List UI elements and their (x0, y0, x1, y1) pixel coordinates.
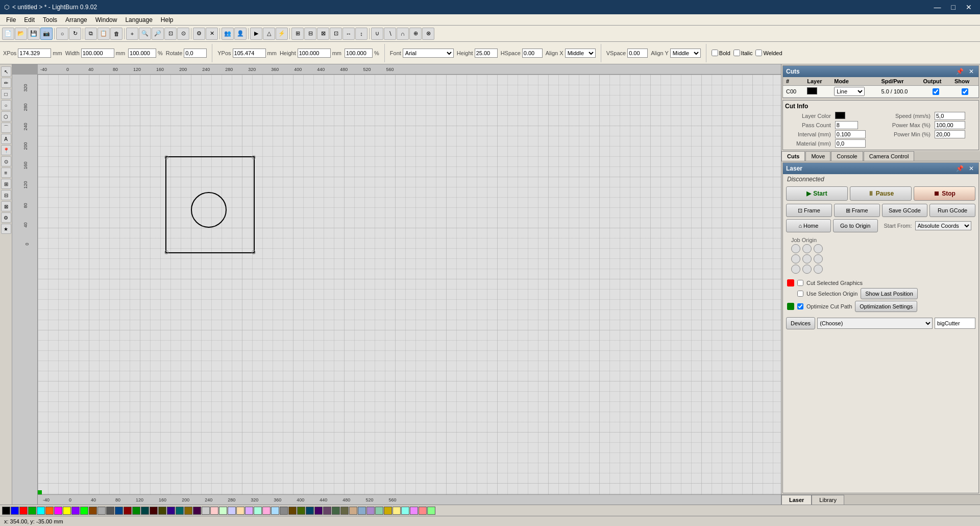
weld-button[interactable]: ⊗ (422, 28, 434, 40)
palette-color-37[interactable] (323, 507, 331, 515)
flip-h-button[interactable]: ↔ (342, 28, 355, 40)
palette-color-38[interactable] (332, 507, 340, 515)
power-min-input[interactable] (935, 130, 965, 138)
dist-v-button[interactable]: ⊡ (330, 28, 342, 40)
palette-color-48[interactable] (419, 507, 427, 515)
layer-tool[interactable]: ≡ (1, 168, 11, 178)
zoom-out-button[interactable]: 🔎 (152, 28, 164, 40)
palette-color-39[interactable] (340, 507, 349, 515)
zoom-in-button[interactable]: 🔍 (139, 28, 151, 40)
tab-console[interactable]: Console (831, 151, 863, 161)
new-button[interactable]: 📄 (2, 28, 14, 40)
palette-color-43[interactable] (375, 507, 383, 515)
save-gcode-button[interactable]: Save GCode (882, 204, 928, 217)
align-h-button[interactable]: ⊞ (291, 28, 304, 40)
palette-color-30[interactable] (262, 507, 271, 515)
use-selection-checkbox[interactable] (797, 291, 803, 297)
output-checkbox[interactable] (933, 88, 939, 95)
start-button[interactable]: ▶ Start (786, 186, 848, 201)
cut-selected-checkbox[interactable] (797, 280, 803, 286)
palette-color-16[interactable] (141, 507, 149, 515)
frame2-button[interactable]: ⊞ Frame (834, 204, 880, 217)
go-to-origin-button[interactable]: Go to Origin (833, 219, 878, 232)
mode-select[interactable]: Line Fill (834, 87, 865, 96)
flip-v-button[interactable]: ↕ (355, 28, 368, 40)
speed-input[interactable] (935, 112, 965, 120)
palette-color-11[interactable] (97, 507, 106, 515)
layer-color-swatch[interactable] (807, 87, 817, 94)
palette-color-41[interactable] (358, 507, 366, 515)
palette-color-10[interactable] (89, 507, 97, 515)
material-input[interactable] (835, 139, 866, 148)
palette-color-45[interactable] (393, 507, 401, 515)
palette-color-27[interactable] (236, 507, 244, 515)
rotate-input[interactable] (184, 49, 207, 58)
menu-arrange[interactable]: Arrange (61, 15, 91, 25)
handle-br[interactable] (252, 250, 256, 254)
user-button[interactable]: 👤 (234, 28, 247, 40)
aligny-select[interactable]: Middle (670, 49, 701, 58)
italic-check[interactable]: Italic (733, 50, 753, 56)
settings-button[interactable]: ⚙ (193, 28, 205, 40)
path-tool[interactable]: ⌒ (1, 123, 11, 133)
menu-language[interactable]: Language (121, 15, 156, 25)
palette-color-36[interactable] (314, 507, 323, 515)
palette-color-2[interactable] (19, 507, 28, 515)
capture-button[interactable]: ⊙ (177, 28, 189, 40)
measure-tool[interactable]: ⊙ (1, 156, 11, 166)
btab-laser[interactable]: Laser (781, 495, 812, 505)
handle-tr[interactable] (252, 155, 256, 159)
bool-union[interactable]: ∪ (371, 28, 383, 40)
cuts-pin-button[interactable]: 📌 (954, 68, 965, 75)
polygon-tool[interactable]: ⬡ (1, 111, 11, 122)
ellipse-tool[interactable]: ○ (56, 28, 68, 40)
jo-ml[interactable] (791, 254, 800, 264)
handle-tl[interactable] (164, 155, 168, 159)
arrange-tool[interactable]: ⊞ (1, 179, 11, 189)
palette-color-1[interactable] (11, 507, 19, 515)
save-button[interactable]: 💾 (28, 28, 40, 40)
close-shape-button[interactable]: ✕ (206, 28, 218, 40)
dist-h-button[interactable]: ⊠ (317, 28, 329, 40)
tab-cuts[interactable]: Cuts (781, 151, 805, 161)
show-last-pos-button[interactable]: Show Last Position (861, 288, 918, 299)
grid-tool[interactable]: ⊠ (1, 201, 11, 211)
align-v-button[interactable]: ⊟ (304, 28, 316, 40)
trace-button[interactable]: △ (263, 28, 275, 40)
palette-color-9[interactable] (80, 507, 88, 515)
copy-button[interactable]: ⧉ (85, 28, 97, 40)
palette-color-21[interactable] (184, 507, 192, 515)
maximize-button[interactable]: □ (947, 2, 960, 12)
close-button[interactable]: ✕ (962, 2, 976, 12)
circle-shape[interactable] (191, 192, 227, 228)
add-button[interactable]: + (126, 28, 138, 40)
bold-check[interactable]: Bold (712, 50, 730, 56)
bold-checkbox[interactable] (712, 50, 718, 56)
output-tool[interactable]: ⊟ (1, 190, 11, 200)
welded-check[interactable]: Welded (755, 50, 782, 56)
palette-color-20[interactable] (176, 507, 184, 515)
zigzag-button[interactable]: ⚡ (276, 28, 288, 40)
run-gcode-button[interactable]: Run GCode (929, 204, 975, 217)
star-tool[interactable]: ★ (1, 224, 11, 234)
handle-bl[interactable] (164, 250, 168, 254)
palette-color-47[interactable] (410, 507, 418, 515)
jo-mm[interactable] (802, 254, 812, 264)
palette-color-12[interactable] (106, 507, 114, 515)
palette-color-15[interactable] (132, 507, 140, 515)
jo-bm[interactable] (802, 265, 812, 274)
jo-mr[interactable] (814, 254, 823, 264)
palette-color-8[interactable] (71, 507, 80, 515)
hspace-input[interactable] (522, 49, 543, 58)
palette-color-42[interactable] (366, 507, 375, 515)
jo-bl[interactable] (791, 265, 800, 274)
palette-color-13[interactable] (115, 507, 123, 515)
height2-input[interactable] (475, 49, 498, 58)
paste-button[interactable]: 📋 (97, 28, 110, 40)
btab-library[interactable]: Library (812, 495, 844, 505)
node-edit[interactable]: ⊕ (409, 28, 422, 40)
pin-tool[interactable]: 📍 (1, 145, 11, 155)
jo-br[interactable] (814, 265, 823, 274)
play-button[interactable]: ▶ (250, 28, 262, 40)
power-max-input[interactable] (935, 121, 965, 129)
